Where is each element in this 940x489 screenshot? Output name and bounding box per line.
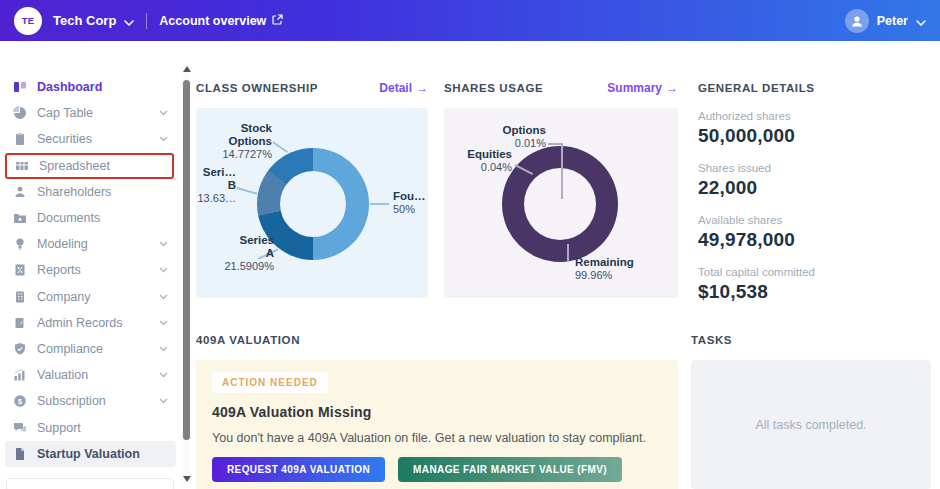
request-409a-valuation-button[interactable]: REQUEST 409A VALUATION — [212, 457, 385, 482]
chevron-down-icon — [159, 346, 168, 352]
sidebar-item-shareholders[interactable]: Shareholders — [0, 179, 181, 205]
detail-link-label: Detail — [379, 81, 412, 95]
sidebar-item-dashboard[interactable]: Dashboard — [0, 74, 181, 100]
donut-label-equities: Equities 0.04% — [460, 148, 512, 174]
chevron-down-icon — [159, 320, 168, 326]
svg-text:$: $ — [17, 397, 22, 406]
sidebar-item-label: Subscription — [37, 394, 106, 408]
vertical-scrollbar[interactable] — [182, 64, 191, 484]
chevron-down-icon[interactable] — [124, 12, 134, 30]
manage-fmv-button[interactable]: MANAGE FAIR MARKET VALUE (FMV) — [398, 457, 622, 482]
chevron-down-icon — [159, 136, 168, 142]
sidebar-item-label: Admin Records — [37, 316, 122, 330]
valuation-409a-section: 409A VALUATION ACTION NEEDED 409A Valuat… — [196, 332, 678, 489]
class-ownership-panel: Stock Options 14.7727% Seri… B 13.63… Se… — [196, 108, 428, 298]
chevron-down-icon — [159, 267, 168, 273]
table-icon — [14, 158, 29, 173]
sidebar-item-documents[interactable]: Documents — [0, 205, 181, 231]
sidebar-item-label: Compliance — [37, 342, 103, 356]
sidebar-item-support[interactable]: Support — [0, 414, 181, 440]
report-icon — [12, 263, 27, 278]
file-icon — [12, 446, 27, 461]
account-overview-label: Account overview — [159, 14, 266, 28]
leader-line — [548, 143, 562, 145]
sidebar-item-modeling[interactable]: Modeling — [0, 231, 181, 257]
scroll-up-arrow[interactable] — [183, 66, 191, 72]
summary-link[interactable]: Summary → — [607, 81, 678, 95]
donut-label-founders: Fou… 50% — [393, 190, 433, 216]
sidebar-item-securities[interactable]: Securities — [0, 126, 181, 152]
summary-link-label: Summary — [607, 81, 662, 95]
external-link-icon — [272, 14, 283, 28]
company-name[interactable]: Tech Corp — [53, 13, 116, 28]
scroll-down-arrow[interactable] — [183, 476, 191, 482]
valuation-409a-title: 409A VALUATION — [196, 334, 300, 346]
sidebar-item-reports[interactable]: Reports — [0, 257, 181, 283]
account-overview-link[interactable]: Account overview — [159, 14, 283, 28]
dollar-icon: $ — [12, 394, 27, 409]
sidebar-item-company[interactable]: Company — [0, 284, 181, 310]
sidebar-item-subscription[interactable]: $ Subscription — [0, 388, 181, 414]
sidebar-item-label: Shareholders — [37, 185, 111, 199]
person-icon — [12, 184, 27, 199]
sidebar-item-label: Reports — [37, 263, 81, 277]
general-details-title: GENERAL DETAILS — [698, 82, 815, 94]
sidebar-item-label: Valuation — [37, 368, 88, 382]
scrollbar-thumb[interactable] — [183, 80, 190, 440]
sidebar-item-label: Company — [37, 290, 91, 304]
donut-label-series-a: Series A 21.5909% — [218, 234, 274, 273]
chevron-down-icon[interactable] — [916, 12, 926, 30]
chevron-down-icon — [159, 241, 168, 247]
leader-line — [370, 203, 389, 205]
donut-label-series-b: Seri… B 13.63… — [196, 166, 236, 205]
pie-chart-icon — [12, 106, 27, 121]
sidebar-nav: Dashboard Cap Table Securities Spreadshe… — [0, 74, 181, 467]
sidebar-item-label: Modeling — [37, 237, 88, 251]
user-name[interactable]: Peter — [877, 14, 908, 28]
user-avatar[interactable] — [845, 9, 869, 33]
lightbulb-icon — [12, 237, 27, 252]
dashboard-page: TE Tech Corp Account overview Peter — [0, 0, 940, 489]
sidebar-item-cap-table[interactable]: Cap Table — [0, 100, 181, 126]
records-icon — [12, 315, 27, 330]
leader-line — [237, 187, 258, 194]
class-ownership-title: CLASS OWNERSHIP — [196, 82, 318, 94]
donut-label-options: Options 0.01% — [494, 124, 546, 150]
chevron-down-icon — [159, 372, 168, 378]
shares-usage-section: SHARES USAGE Summary → Options 0.01% Equ… — [444, 80, 678, 298]
detail-link[interactable]: Detail → — [379, 81, 428, 95]
company-avatar[interactable]: TE — [14, 7, 42, 35]
arrow-right-icon: → — [416, 81, 428, 95]
clipboard-icon — [12, 132, 27, 147]
sidebar-item-label: Startup Valuation — [37, 447, 140, 461]
sidebar-item-valuation[interactable]: Valuation — [0, 362, 181, 388]
donut-label-remaining: Remaining 99.96% — [575, 256, 645, 282]
sidebar-item-startup-valuation[interactable]: Startup Valuation — [5, 441, 176, 467]
chevron-down-icon — [159, 294, 168, 300]
sidebar-next-card-edge — [6, 478, 174, 489]
folder-icon — [12, 211, 27, 226]
dashboard-icon — [12, 80, 27, 95]
sidebar-item-label: Spreadsheet — [39, 159, 110, 173]
tasks-title: TASKS — [691, 334, 732, 346]
sidebar-item-label: Dashboard — [37, 80, 102, 94]
chevron-down-icon — [159, 110, 168, 116]
growth-chart-icon — [12, 368, 27, 383]
stat-total-capital-committed: Total capital committed $10,538 — [698, 266, 815, 303]
chevron-down-icon — [159, 398, 168, 404]
building-icon — [12, 289, 27, 304]
shares-usage-donut-chart — [502, 146, 618, 262]
class-ownership-section: CLASS OWNERSHIP Detail → Stock Options 1… — [196, 80, 428, 298]
sidebar-item-admin-records[interactable]: Admin Records — [0, 310, 181, 336]
header-divider — [146, 13, 147, 29]
tasks-panel: All tasks completed. — [691, 360, 931, 489]
sidebar-item-label: Cap Table — [37, 106, 93, 120]
general-details-section: GENERAL DETAILS Authorized shares 50,000… — [698, 80, 930, 305]
stat-authorized-shares: Authorized shares 50,000,000 — [698, 110, 795, 147]
tasks-section: TASKS All tasks completed. — [691, 332, 931, 489]
action-needed-badge: ACTION NEEDED — [212, 372, 328, 393]
sidebar-item-label: Support — [37, 421, 81, 435]
sidebar-item-spreadsheet[interactable]: Spreadsheet — [5, 153, 174, 179]
sidebar-item-compliance[interactable]: Compliance — [0, 336, 181, 362]
arrow-right-icon: → — [666, 81, 678, 95]
